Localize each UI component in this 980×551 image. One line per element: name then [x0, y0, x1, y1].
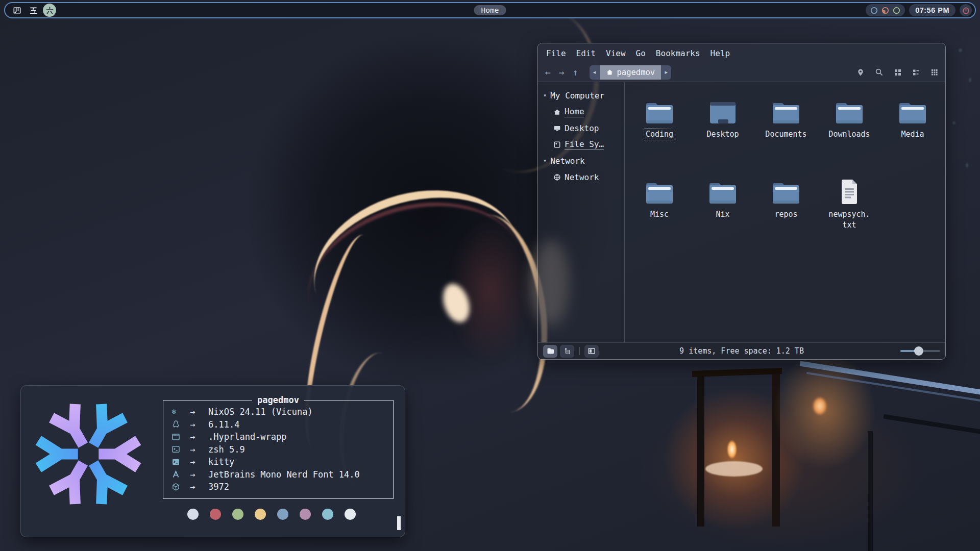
file-label: Nix [714, 209, 731, 220]
fetch-value: zsh 5.9 [208, 444, 245, 455]
arrow-icon: → [190, 432, 208, 442]
file-manager-window: File Edit View Go Bookmarks Help ← → ↑ ◂… [537, 43, 946, 360]
power-button[interactable] [960, 4, 972, 16]
furniture-edge [868, 431, 873, 551]
terminal-color-palette [187, 509, 356, 520]
path-scroll-right-icon[interactable]: ▸ [661, 65, 671, 80]
menu-help[interactable]: Help [710, 48, 730, 58]
slider-knob[interactable] [914, 346, 923, 356]
tray-circle-blue-icon[interactable] [870, 7, 878, 14]
packages-icon [172, 483, 190, 491]
menu-edit[interactable]: Edit [576, 48, 596, 58]
file-item-misc[interactable]: Misc [628, 175, 691, 255]
candle-flame [813, 397, 827, 415]
sidebar-item-label: Network [565, 172, 599, 182]
tree-view-button[interactable] [560, 345, 574, 358]
forward-button[interactable]: → [559, 67, 565, 78]
file-item-documents[interactable]: Documents [754, 95, 818, 175]
lantern-frame [692, 368, 782, 377]
divider [579, 347, 580, 355]
terminal-window: pagedmov ❄ → NixOS 24.11 (Vicuna) → 6.11… [20, 385, 405, 537]
breadcrumb-current[interactable]: pagedmov [600, 65, 662, 80]
arrow-icon: → [190, 469, 208, 480]
menu-view[interactable]: View [606, 48, 626, 58]
menu-go[interactable]: Go [636, 48, 646, 58]
icon-view-icon[interactable] [894, 68, 902, 77]
sidebar-item-label: Desktop [565, 123, 599, 133]
workspace-five[interactable] [27, 4, 40, 17]
sidebar-section-network[interactable]: ▾ Network [543, 153, 624, 169]
nixos-logo [34, 400, 142, 508]
fetch-row-terminal: → kitty [172, 456, 388, 468]
status-summary: 9 items, Free space: 1.2 TB [538, 346, 945, 356]
power-icon [962, 7, 970, 14]
terminal-icon [172, 458, 190, 466]
arrow-icon: → [190, 482, 208, 492]
focused-window-title: Home [474, 5, 506, 15]
file-item-media[interactable]: Media [881, 95, 944, 175]
menu-file[interactable]: File [546, 48, 566, 58]
fetch-value: .Hyprland-wrapp [208, 432, 287, 442]
kernel-icon [172, 420, 190, 429]
folder-icon [897, 95, 928, 126]
file-item-nix[interactable]: Nix [691, 175, 754, 255]
show-folders-button[interactable] [543, 345, 557, 358]
compact-view-icon[interactable] [930, 68, 938, 76]
network-globe-icon [553, 173, 561, 181]
candle-cup [705, 461, 763, 477]
fetch-value: JetBrains Mono Nerd Font 14.0 [208, 469, 360, 480]
list-view-icon[interactable] [912, 68, 920, 77]
workspace-six-active[interactable] [43, 4, 56, 17]
tray-circle-orange-icon[interactable] [881, 7, 889, 14]
file-label: Downloads [827, 129, 871, 140]
shell-icon [172, 445, 190, 454]
home-icon [606, 68, 614, 76]
sidebar-section-my-computer[interactable]: ▾ My Computer [543, 87, 624, 104]
status-bar: 9 items, Free space: 1.2 TB [538, 342, 945, 359]
file-item-coding[interactable]: Coding [628, 95, 691, 175]
sidebar-item-network[interactable]: Network [543, 169, 624, 185]
file-label: Desktop [705, 129, 740, 140]
section-label: Network [550, 156, 584, 166]
file-label: Media [899, 129, 925, 140]
search-icon[interactable] [875, 68, 884, 77]
toggle-sidebar-button[interactable] [584, 345, 599, 358]
bokeh-dot [959, 48, 962, 52]
fetch-value: 6.11.4 [208, 419, 239, 430]
folder-icon [707, 175, 739, 206]
workspace-four[interactable] [10, 4, 23, 17]
breadcrumb-label: pagedmov [617, 68, 655, 77]
path-scroll-left-icon[interactable]: ◂ [590, 65, 600, 80]
location-pin-icon[interactable] [856, 68, 865, 77]
cjk-six-icon [45, 6, 54, 15]
expander-icon[interactable]: ▾ [543, 92, 547, 99]
side-panel-icon [587, 347, 596, 355]
file-item-desktop[interactable]: Desktop [691, 95, 754, 175]
arrow-icon: → [190, 444, 208, 455]
file-label: repos [773, 209, 799, 220]
toolbar: ← → ↑ ◂ pagedmov ▸ [538, 63, 945, 82]
fetch-value: NixOS 24.11 (Vicuna) [208, 407, 313, 417]
file-grid: Coding Desktop Documents Downloads [625, 82, 945, 342]
file-item-newpsych-txt[interactable]: newpsych.txt [818, 175, 881, 255]
menu-bookmarks[interactable]: Bookmarks [656, 48, 700, 58]
zoom-slider[interactable] [900, 347, 940, 355]
back-button[interactable]: ← [545, 67, 551, 78]
cjk-five-icon [29, 6, 38, 15]
desktop-folder-icon [708, 95, 737, 126]
fetch-row-shell: → zsh 5.9 [172, 443, 388, 456]
clock[interactable]: 07:56 PM [909, 4, 955, 16]
file-label: Misc [649, 209, 670, 220]
tray-modules: 07:56 PM [866, 4, 972, 16]
sidebar-item-home[interactable]: Home [543, 104, 624, 120]
sidebar-item-desktop[interactable]: Desktop [543, 120, 624, 136]
tray-circle-green-icon[interactable] [893, 7, 900, 14]
sidebar-item-filesystem[interactable]: File Sy… [543, 136, 624, 153]
arrow-icon: → [190, 419, 208, 430]
expander-icon[interactable]: ▾ [543, 157, 547, 164]
file-item-downloads[interactable]: Downloads [818, 95, 881, 175]
up-button[interactable]: ↑ [573, 67, 578, 78]
workspace-switcher [10, 4, 56, 17]
file-item-repos[interactable]: repos [754, 175, 818, 255]
fetch-row-wm: → .Hyprland-wrapp [172, 431, 388, 443]
